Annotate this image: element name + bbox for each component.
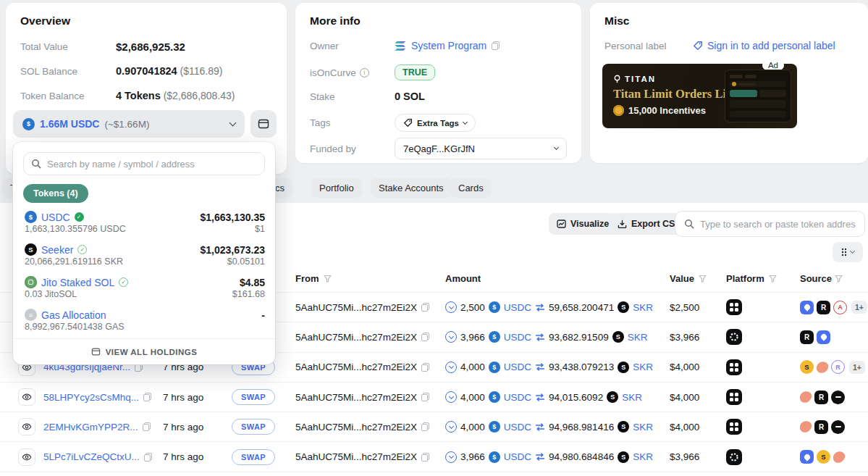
info-icon[interactable]: i [360,68,369,78]
copy-icon[interactable] [143,422,151,431]
black-r-icon[interactable]: R [817,301,830,314]
gold-coin-icon[interactable]: S [800,360,814,374]
black-dash-circle-icon[interactable] [831,420,845,434]
funded-by-select[interactable]: 7eQagF...KGrJfN [395,138,567,159]
purple-r-icon[interactable]: R [831,360,845,374]
ad-banner[interactable]: Ad TITAN Titan Limit Orders Live 15,000 … [602,64,797,128]
tx-signature-link[interactable]: 5LPc7iLvCZeQCtxU... [43,451,140,462]
col-source[interactable]: Source [800,273,832,284]
wheel-icon[interactable] [726,329,742,345]
extra-tags-button[interactable]: Extra Tags [395,114,476,132]
expand-amount-icon[interactable] [445,451,457,463]
token-name-link[interactable]: Seeker [41,244,73,256]
copy-icon[interactable] [492,41,500,50]
token-out-link[interactable]: SKR [633,451,653,462]
col-value[interactable]: Value [670,273,694,284]
preview-eye-button[interactable] [18,418,35,435]
token-in-link[interactable]: USDC [504,392,531,403]
blue-drop-icon[interactable] [800,301,814,314]
token-out-link[interactable]: SKR [633,422,653,433]
holdings-search[interactable] [23,152,265,175]
expand-amount-icon[interactable] [445,391,457,403]
token-selector[interactable]: $ 1.66M USDC (~$1.66M) [13,110,245,138]
swap-action-badge[interactable]: SWAP [232,389,275,405]
blue-drop-icon[interactable] [800,450,814,464]
swap-action-badge[interactable]: SWAP [232,449,275,465]
tab-portfolio[interactable]: Portfolio [311,178,362,198]
token-in-link[interactable]: USDC [504,332,531,343]
copy-icon[interactable] [421,393,429,401]
token-out-link[interactable]: SKR [633,302,653,313]
token-name-link[interactable]: Gas Allocation [41,309,106,321]
from-address[interactable]: 5AahUC75Mi...hc27m2Ei2X [295,302,417,313]
signin-link[interactable]: Sign in to add personal label [693,40,835,51]
col-amount[interactable]: Amount [445,273,481,284]
from-address[interactable]: 5AahUC75Mi...hc27m2Ei2X [295,362,417,372]
coral-blob-icon[interactable] [816,360,830,374]
grid-4-icon[interactable] [726,389,742,405]
list-item[interactable]: Jito Staked SOL✓ $4.85 0.03 JitoSOL$161.… [13,271,275,304]
from-address[interactable]: 5AahUC75Mi...hc27m2Ei2X [295,422,417,433]
token-out-link[interactable]: SKR [628,332,648,343]
visualize-button[interactable]: Visualize [549,213,617,235]
coral-blob-icon[interactable] [833,450,846,464]
tx-signature-link[interactable]: 58LHPYcy2sCsMhq... [43,392,139,403]
copy-icon[interactable] [421,303,429,312]
table-search[interactable] [675,211,865,237]
black-r-icon[interactable]: R [814,391,828,404]
table-search-input[interactable] [700,219,856,230]
list-item[interactable]: $USDC✓ $1,663,130.35 1,663,130.355796 US… [13,206,275,238]
list-item[interactable]: ≡Gas Allocation - 8,992,967.5401438 GAS [13,304,275,336]
copy-icon[interactable] [421,363,429,372]
token-name-link[interactable]: Jito Staked SOL [41,277,114,288]
column-settings-button[interactable] [833,242,863,262]
copy-icon[interactable] [421,453,429,462]
tab-cards[interactable]: Cards [450,178,492,198]
red-a-icon[interactable]: A [833,301,847,314]
token-name-link[interactable]: USDC [41,212,70,223]
from-address[interactable]: 5AahUC75Mi...hc27m2Ei2X [295,332,417,343]
grid-4-icon[interactable] [726,419,742,435]
copy-icon[interactable] [143,393,151,401]
grid-4-icon[interactable] [726,359,742,375]
filter-icon[interactable] [835,275,843,283]
token-in-link[interactable]: USDC [504,422,531,433]
grid-4-icon[interactable] [726,299,742,315]
expand-amount-icon[interactable] [445,421,457,433]
holdings-search-input[interactable] [47,159,257,170]
expand-amount-icon[interactable] [445,301,457,313]
tab-stake-accounts[interactable]: Stake Accounts [371,178,452,198]
col-from[interactable]: From [295,273,319,284]
blue-drop-icon[interactable] [817,330,830,344]
col-platform[interactable]: Platform [726,273,764,284]
coral-blob-icon[interactable] [799,420,813,434]
black-dash-circle-icon[interactable] [831,391,845,404]
owner-link[interactable]: System Program [411,40,486,51]
token-in-link[interactable]: USDC [504,302,531,313]
from-address[interactable]: 5AahUC75Mi...hc27m2Ei2X [295,392,417,403]
black-r-icon[interactable]: R [814,420,828,434]
copy-icon[interactable] [144,453,152,462]
preview-eye-button[interactable] [18,448,35,466]
token-out-link[interactable]: SKR [633,362,653,372]
token-in-link[interactable]: USDC [504,362,531,372]
coral-blob-icon[interactable] [799,391,813,404]
token-out-link[interactable]: SKR [622,392,642,403]
list-item[interactable]: SSeeker✓ $1,023,673.23 20,066,291.619116… [13,238,275,271]
filter-icon[interactable] [769,275,777,283]
copy-icon[interactable] [421,333,429,341]
filter-icon[interactable] [699,275,707,283]
token-in-link[interactable]: USDC [504,451,531,462]
filter-icon[interactable] [324,275,332,283]
preview-eye-button[interactable] [18,388,35,406]
expand-amount-icon[interactable] [445,331,457,343]
from-address[interactable]: 5AahUC75Mi...hc27m2Ei2X [295,451,417,462]
swap-action-badge[interactable]: SWAP [232,419,275,435]
view-all-holdings-button[interactable]: VIEW ALL HOLDINGS [13,338,275,364]
wheel-icon[interactable] [726,449,742,465]
more-sources-badge[interactable]: 1+ [851,301,867,314]
gold-coin-icon[interactable]: S [817,450,830,464]
portfolio-button[interactable] [250,110,277,138]
tx-signature-link[interactable]: 2EMHvKGmYPP2R... [43,422,138,433]
tokens-filter-pill[interactable]: Tokens (4) [23,184,88,203]
